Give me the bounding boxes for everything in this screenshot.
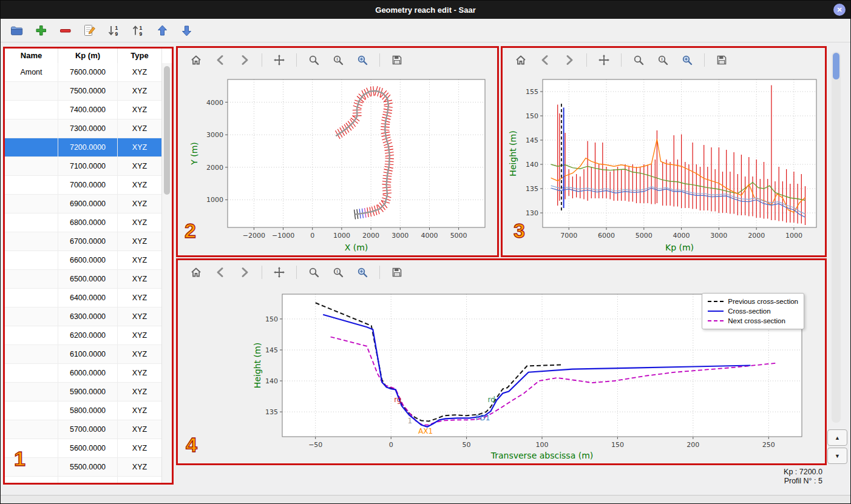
table-row[interactable]: 5900.0000XYZ xyxy=(5,383,162,402)
home-button[interactable] xyxy=(511,51,531,69)
svg-text:1000: 1000 xyxy=(333,232,350,240)
svg-text:0: 0 xyxy=(389,441,393,449)
table-cell: XYZ xyxy=(118,420,162,438)
table-row[interactable]: 5600.0000XYZ xyxy=(5,439,162,458)
home-icon xyxy=(190,54,202,66)
main-toolbar: 1919 xyxy=(1,19,850,42)
add-cross-section-button[interactable] xyxy=(32,22,49,39)
home-button[interactable] xyxy=(186,51,206,69)
table-scrollbar-thumb[interactable] xyxy=(164,66,170,195)
svg-text:i: i xyxy=(336,56,337,62)
zoom-button[interactable] xyxy=(304,51,324,69)
vertical-scrollbar-thumb[interactable] xyxy=(833,53,839,79)
save-button[interactable] xyxy=(387,263,407,281)
home-button[interactable] xyxy=(186,263,206,281)
table-row[interactable]: 6000.0000XYZ xyxy=(5,364,162,383)
sort-ascending-button[interactable]: 19 xyxy=(129,22,146,39)
profile-up-button[interactable]: ▲ xyxy=(827,429,847,446)
remove-cross-section-button[interactable] xyxy=(56,22,73,39)
svg-text:200: 200 xyxy=(687,441,699,449)
back-button[interactable] xyxy=(535,51,555,69)
save-button[interactable] xyxy=(712,51,731,69)
pan-button[interactable] xyxy=(594,51,614,69)
sort-ascending-icon: 19 xyxy=(131,24,145,38)
save-button[interactable] xyxy=(387,51,407,69)
pan-button[interactable] xyxy=(270,263,289,281)
table-row[interactable]: Amont7600.0000XYZ xyxy=(5,63,162,82)
edit-cross-section-icon xyxy=(83,24,97,38)
plan-toolbar: i xyxy=(178,48,497,72)
zoom-info-icon: i xyxy=(657,54,669,66)
table-row[interactable]: 6100.0000XYZ xyxy=(5,345,162,364)
table-cell: 5900.0000 xyxy=(58,383,118,401)
svg-text:0: 0 xyxy=(310,232,314,240)
table-cell: 6000.0000 xyxy=(58,364,118,382)
zoom-button[interactable] xyxy=(304,263,324,281)
close-button[interactable]: ✕ xyxy=(833,4,846,16)
zoom-rect-button[interactable] xyxy=(353,51,372,69)
plan-chart[interactable]: −2000−1000010002000300040005000100020003… xyxy=(178,72,497,255)
sort-descending-button[interactable]: 19 xyxy=(105,22,122,39)
table-cell xyxy=(5,289,58,307)
table-row[interactable]: 6400.0000XYZ xyxy=(5,289,162,307)
vertical-scrollbar[interactable] xyxy=(832,52,841,423)
table-row[interactable]: 6300.0000XYZ xyxy=(5,307,162,326)
table-cell xyxy=(5,345,58,363)
zoom-rect-button[interactable] xyxy=(677,51,697,69)
move-down-button[interactable] xyxy=(178,22,195,39)
table-cell: 5700.0000 xyxy=(58,420,118,438)
table-row[interactable]: 6600.0000XYZ xyxy=(5,251,162,270)
svg-text:9: 9 xyxy=(139,30,142,36)
remove-cross-section-icon xyxy=(58,24,72,38)
forward-button[interactable] xyxy=(235,51,254,69)
table-row[interactable]: 6500.0000XYZ xyxy=(5,270,162,289)
legend-entry: Cross-section xyxy=(708,306,798,316)
table-cell xyxy=(5,420,58,438)
svg-text:1: 1 xyxy=(408,417,413,425)
svg-text:i: i xyxy=(336,269,337,274)
legend-entries: Previous cross-sectionCross-sectionNext … xyxy=(708,297,798,326)
svg-text:−1000: −1000 xyxy=(272,232,294,240)
zoom-info-button[interactable]: i xyxy=(653,51,673,69)
edit-cross-section-button[interactable] xyxy=(81,22,98,39)
forward-button[interactable] xyxy=(560,51,579,69)
table-row[interactable]: 7400.0000XYZ xyxy=(5,101,162,119)
zoom-rect-button[interactable] xyxy=(353,263,372,281)
table-row[interactable]: 7300.0000XYZ xyxy=(5,119,162,138)
svg-text:rg: rg xyxy=(394,395,401,404)
zoom-info-button[interactable]: i xyxy=(328,51,348,69)
table-row[interactable]: 7200.0000XYZ xyxy=(5,138,162,157)
open-file-button[interactable] xyxy=(8,22,25,39)
col-header-kp: Kp (m) xyxy=(58,49,118,63)
table-row[interactable]: 6800.0000XYZ xyxy=(5,213,162,232)
table-row[interactable]: 5700.0000XYZ xyxy=(5,420,162,439)
table-cell xyxy=(5,82,58,100)
table-row[interactable]: 5800.0000XYZ xyxy=(5,402,162,420)
table-row[interactable]: 7500.0000XYZ xyxy=(5,82,162,101)
table-cell: 7200.0000 xyxy=(58,138,118,156)
move-up-button[interactable] xyxy=(154,22,171,39)
table-row[interactable]: 7100.0000XYZ xyxy=(5,157,162,176)
svg-text:Height (m): Height (m) xyxy=(508,130,518,176)
table-row[interactable]: 6700.0000XYZ xyxy=(5,232,162,251)
table-row[interactable]: 6200.0000XYZ xyxy=(5,326,162,345)
forward-button[interactable] xyxy=(235,263,254,281)
table-row[interactable]: 7000.0000XYZ xyxy=(5,176,162,195)
longitudinal-chart[interactable]: 7000600050004000300020001000130135140145… xyxy=(503,72,825,255)
table-scrollbar[interactable] xyxy=(161,63,172,483)
back-button[interactable] xyxy=(211,51,230,69)
table-row[interactable]: 6900.0000XYZ xyxy=(5,195,162,213)
pan-button[interactable] xyxy=(270,51,289,69)
table-cell xyxy=(5,402,58,420)
zoom-button[interactable] xyxy=(629,51,648,69)
table-row[interactable]: 5400.0000XYZ xyxy=(5,477,162,483)
back-button[interactable] xyxy=(211,263,230,281)
table-row[interactable]: 5500.0000XYZ xyxy=(5,458,162,477)
svg-text:2000: 2000 xyxy=(748,232,765,240)
table-cell: XYZ xyxy=(118,307,162,326)
table-cell: XYZ xyxy=(118,364,162,382)
table-cell: 5800.0000 xyxy=(58,402,118,420)
zoom-info-button[interactable]: i xyxy=(328,263,348,281)
profile-down-button[interactable]: ▼ xyxy=(827,448,847,464)
svg-text:Height (m): Height (m) xyxy=(253,343,262,388)
